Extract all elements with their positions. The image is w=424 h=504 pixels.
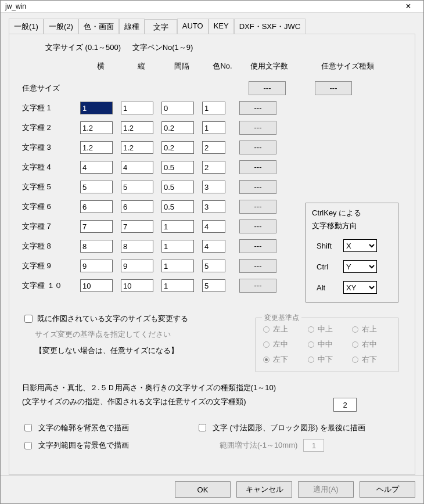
row-label: 文字種 4 — [22, 162, 80, 172]
tab-0[interactable]: 一般(1) — [9, 19, 44, 34]
char-count-button[interactable]: --- — [239, 259, 276, 273]
text-type-row: 文字種 3--- — [22, 138, 402, 157]
width-input[interactable] — [80, 102, 113, 114]
any-size-count-button[interactable]: --- — [249, 81, 286, 95]
col-height: 縦 — [121, 61, 161, 71]
row-label: 文字種 2 — [22, 123, 80, 133]
close-icon[interactable]: × — [398, 1, 419, 12]
char-count-button[interactable]: --- — [239, 200, 276, 214]
char-count-button[interactable]: --- — [239, 101, 276, 115]
bottom-checks: 文字の輪郭を背景色で描画 文字 (寸法図形、ブロック図形) を最後に描画 文字列… — [22, 422, 402, 452]
color-input[interactable] — [202, 181, 225, 193]
radio-icon — [263, 326, 270, 333]
height-input[interactable] — [121, 141, 153, 154]
color-input[interactable] — [202, 220, 225, 233]
height-input[interactable] — [121, 260, 153, 272]
text-type-input[interactable] — [333, 398, 357, 412]
text-type-row: 文字種 1--- — [22, 98, 402, 118]
width-input[interactable] — [80, 161, 113, 174]
tab-2[interactable]: 色・画面 — [78, 19, 119, 34]
height-input[interactable] — [121, 220, 153, 233]
width-input[interactable] — [80, 220, 113, 233]
height-input[interactable] — [121, 161, 153, 174]
width-input[interactable] — [80, 279, 113, 292]
width-input[interactable] — [80, 121, 113, 134]
width-input[interactable] — [80, 181, 113, 193]
row-label: 文字種 5 — [22, 182, 80, 192]
height-input[interactable] — [121, 240, 153, 253]
color-input[interactable] — [202, 279, 225, 292]
height-input[interactable] — [121, 279, 153, 292]
gap-input[interactable] — [161, 181, 194, 193]
gap-input[interactable] — [161, 161, 194, 174]
size-range-label: 文字サイズ (0.1～500) — [45, 43, 121, 52]
char-count-button[interactable]: --- — [239, 279, 276, 293]
tab-panel-text: 文字サイズ (0.1～500) 文字ペンNo(1～9) 横 縦 間隔 色No. … — [9, 34, 415, 475]
gap-input[interactable] — [161, 220, 194, 233]
width-input[interactable] — [80, 141, 113, 154]
col-count: 使用文字数 — [243, 61, 295, 71]
char-count-button[interactable]: --- — [239, 219, 276, 233]
anchor-radio-3: 左中 — [263, 339, 302, 350]
radio-icon — [352, 326, 358, 333]
pen-range-label: 文字ペンNo(1～9) — [132, 43, 193, 52]
radio-icon — [263, 341, 270, 348]
tab-5[interactable]: AUTO — [177, 19, 209, 34]
gap-input[interactable] — [161, 279, 194, 292]
gap-input[interactable] — [161, 260, 194, 272]
resize-existing-checkbox[interactable] — [24, 315, 33, 323]
ctrl-select[interactable]: Y — [343, 260, 377, 273]
tab-7[interactable]: DXF・SXF・JWC — [234, 19, 306, 34]
char-count-button[interactable]: --- — [239, 141, 276, 154]
alt-select[interactable]: XY — [343, 281, 377, 294]
gap-input[interactable] — [161, 121, 194, 134]
char-count-button[interactable]: --- — [239, 160, 276, 174]
char-count-button[interactable]: --- — [239, 239, 276, 253]
shift-select[interactable]: X — [343, 239, 377, 252]
height-input[interactable] — [121, 121, 153, 134]
radio-icon — [263, 357, 270, 363]
text-type-row: 文字種 5--- — [22, 177, 402, 197]
anchor-radio-label: 左上 — [273, 324, 288, 334]
cancel-button[interactable]: キャンセル — [236, 481, 292, 498]
desc-line1: 日影用高さ・真北、２.５Ｄ用高さ・奥行きの文字サイズの種類指定(1～10) — [22, 383, 402, 393]
tab-1[interactable]: 一般(2) — [44, 19, 78, 34]
color-input[interactable] — [202, 141, 225, 154]
color-input[interactable] — [202, 102, 225, 114]
ok-button[interactable]: OK — [175, 481, 231, 498]
tab-6[interactable]: KEY — [209, 19, 234, 34]
col-color: 色No. — [202, 61, 243, 71]
width-input[interactable] — [80, 240, 113, 253]
width-input[interactable] — [80, 200, 113, 213]
char-count-button[interactable]: --- — [239, 180, 276, 194]
draw-last-checkbox[interactable] — [199, 424, 206, 431]
tab-3[interactable]: 線種 — [119, 19, 145, 34]
gap-input[interactable] — [161, 141, 194, 154]
color-input[interactable] — [202, 240, 225, 253]
height-input[interactable] — [121, 200, 153, 213]
height-input[interactable] — [121, 181, 153, 193]
color-input[interactable] — [202, 200, 225, 213]
any-size-row: 任意サイズ --- --- — [22, 78, 402, 98]
row-label: 文字種 3 — [22, 142, 80, 153]
gap-input[interactable] — [161, 200, 194, 213]
char-count-button[interactable]: --- — [239, 121, 276, 135]
color-input[interactable] — [202, 260, 225, 272]
radio-icon — [308, 357, 314, 363]
apply-button[interactable]: 適用(A) — [298, 481, 354, 498]
gap-input[interactable] — [161, 240, 194, 253]
row-label: 文字種 8 — [22, 241, 80, 251]
outline-bg-checkbox[interactable] — [24, 424, 32, 431]
width-input[interactable] — [80, 260, 113, 272]
radio-icon — [352, 357, 358, 363]
color-input[interactable] — [202, 121, 225, 134]
any-size-type-button[interactable]: --- — [315, 81, 352, 95]
height-input[interactable] — [121, 102, 153, 114]
row-label: 文字種 9 — [22, 261, 80, 271]
color-input[interactable] — [202, 161, 225, 174]
anchor-radio-6: 左下 — [263, 354, 302, 365]
range-bg-checkbox[interactable] — [24, 442, 32, 449]
gap-input[interactable] — [161, 102, 194, 114]
help-button[interactable]: ヘルプ — [360, 481, 415, 498]
tab-4[interactable]: 文字 — [145, 19, 177, 34]
